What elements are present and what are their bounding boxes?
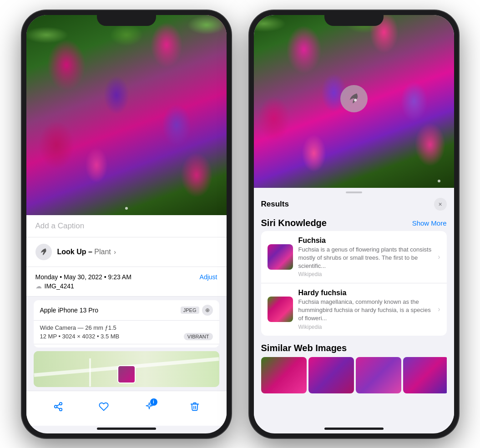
lookup-chevron-icon: ›: [114, 248, 116, 256]
info-badge: i: [150, 398, 157, 406]
camera-specs-row: 12 MP • 3024 × 4032 • 3.5 MB VIBRANT: [40, 333, 213, 340]
hardy-thumbnail: [268, 297, 293, 322]
knowledge-card: Fuchsia Fuchsia is a genus of flowering …: [261, 231, 447, 336]
device-section: Apple iPhone 13 Pro JPEG ⊕ Wide Camera —…: [34, 300, 219, 347]
results-sheet: Results × Siri Knowledge Show More Fuchs…: [254, 188, 454, 426]
fuchsia-title: Fuchsia: [298, 237, 433, 245]
photo-date: Monday • May 30, 2022 • 9:23 AM: [35, 273, 131, 281]
show-more-button[interactable]: Show More: [412, 219, 447, 227]
trash-icon: [190, 402, 200, 412]
right-phone-screen: Results × Siri Knowledge Show More Fuchs…: [254, 15, 454, 433]
caption-placeholder[interactable]: Add a Caption: [35, 221, 85, 230]
page-dot-right: [438, 180, 440, 182]
map-road-2: [89, 358, 91, 387]
camera-mp: 12 MP • 3024 × 4032 • 3.5 MB: [40, 333, 120, 340]
delete-button[interactable]: [185, 397, 205, 417]
fuchsia-thumbnail: [268, 244, 293, 270]
siri-leaf-icon: [347, 92, 361, 106]
similar-web-title: Similar Web Images: [261, 343, 447, 353]
vibrant-badge: VIBRANT: [184, 333, 213, 340]
adjust-button[interactable]: Adjust: [200, 273, 217, 281]
similar-image-3[interactable]: [356, 357, 401, 393]
info-button[interactable]: i: [139, 397, 159, 417]
filename-text: IMG_4241: [45, 282, 74, 290]
results-title: Results: [261, 200, 289, 209]
hardy-title: Hardy fuchsia: [298, 289, 433, 297]
hardy-source: Wikipedia: [298, 324, 433, 330]
date-row: Monday • May 30, 2022 • 9:23 AM Adjust: [35, 273, 217, 281]
lookup-bold: Look Up –: [57, 248, 92, 256]
hardy-desc: Fuchsia magellanica, commonly known as t…: [298, 298, 433, 323]
notch: [97, 10, 156, 26]
hardy-thumb-img: [268, 297, 293, 322]
hardy-content: Hardy fuchsia Fuchsia magellanica, commo…: [298, 289, 433, 330]
share-icon: [53, 402, 63, 412]
camera-type: Wide Camera — 26 mm ƒ1.5: [40, 324, 213, 331]
map-photo-thumbnail: [117, 365, 136, 383]
right-phone: Results × Siri Knowledge Show More Fuchs…: [249, 10, 459, 438]
results-photo-area[interactable]: [254, 15, 454, 188]
camera-settings-icon[interactable]: ⊕: [202, 305, 213, 316]
cloud-icon: ☁: [35, 282, 42, 290]
info-badge-i: i: [153, 399, 154, 404]
filename-row: ☁ IMG_4241: [35, 282, 217, 290]
siri-dot: [354, 99, 357, 101]
device-badges: JPEG ⊕: [181, 305, 213, 316]
close-icon: ×: [438, 201, 442, 208]
fuchsia-item[interactable]: Fuchsia Fuchsia is a genus of flowering …: [261, 231, 447, 284]
caption-area[interactable]: Add a Caption: [26, 215, 227, 237]
device-row: Apple iPhone 13 Pro JPEG ⊕: [34, 300, 219, 321]
lookup-section[interactable]: Look Up – Plant ›: [26, 237, 227, 267]
fuchsia-photo: [26, 15, 227, 215]
fuchsia-thumb-img: [268, 244, 293, 270]
map-background: [34, 351, 219, 387]
results-close-button[interactable]: ×: [434, 198, 447, 211]
left-phone: Add a Caption Look Up – Plant › Monday •…: [22, 10, 231, 438]
home-indicator-left: [97, 428, 156, 430]
hardy-fuchsia-item[interactable]: Hardy fuchsia Fuchsia magellanica, commo…: [261, 283, 447, 336]
similar-web-section: Similar Web Images: [254, 339, 454, 395]
siri-lookup-button[interactable]: [340, 85, 368, 112]
notch-right: [324, 10, 384, 26]
lookup-label: Look Up – Plant ›: [57, 248, 116, 256]
fuchsia-source: Wikipedia: [298, 271, 433, 277]
similar-image-1[interactable]: [261, 357, 307, 393]
similar-images-grid: [261, 357, 447, 393]
photo-toolbar: i: [26, 391, 227, 426]
siri-knowledge-title: Siri Knowledge: [261, 218, 327, 228]
hardy-chevron-icon: ›: [438, 305, 440, 313]
map-section[interactable]: [34, 351, 219, 387]
home-indicator-right: [324, 428, 384, 430]
similar-image-4[interactable]: [403, 357, 447, 393]
leaf-icon: [39, 247, 48, 257]
photo-area[interactable]: [26, 15, 227, 215]
favorite-button[interactable]: [94, 397, 114, 417]
siri-knowledge-header: Siri Knowledge Show More: [254, 214, 454, 231]
lookup-text: Look Up – Plant ›: [57, 248, 116, 256]
similar-image-2[interactable]: [308, 357, 354, 393]
fuchsia-desc: Fuchsia is a genus of flowering plants t…: [298, 246, 433, 271]
photo-page-dot: [125, 207, 128, 210]
meta-section: Monday • May 30, 2022 • 9:23 AM Adjust ☁…: [26, 267, 227, 297]
share-button[interactable]: [48, 397, 68, 417]
heart-icon: [99, 402, 109, 412]
lookup-subject: Plant: [94, 248, 111, 256]
fuchsia-content: Fuchsia Fuchsia is a genus of flowering …: [298, 237, 433, 278]
camera-row: Wide Camera — 26 mm ƒ1.5 12 MP • 3024 × …: [34, 321, 219, 344]
fuchsia-chevron-icon: ›: [438, 253, 440, 261]
lookup-icon: [35, 244, 52, 260]
results-header: Results ×: [254, 193, 454, 214]
exif-row: ISO 50 26 mm 0 ev ƒ1.5 1/181 s: [34, 344, 219, 347]
left-phone-screen: Add a Caption Look Up – Plant › Monday •…: [26, 15, 227, 433]
device-name: Apple iPhone 13 Pro: [40, 307, 98, 314]
format-badge: JPEG: [181, 307, 199, 314]
